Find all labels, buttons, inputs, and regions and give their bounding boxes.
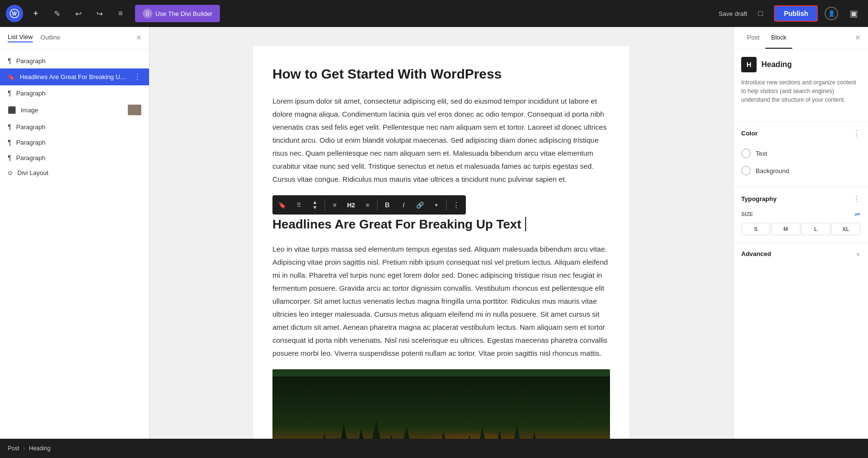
reset-icon: ⇌ — [854, 210, 860, 218]
breadcrumb-post[interactable]: Post — [8, 445, 19, 452]
divi-icon: D — [143, 9, 152, 18]
tab-post[interactable]: Post — [741, 27, 765, 49]
text-align-toolbar-button[interactable]: ≡ — [360, 197, 375, 213]
redo-button[interactable]: ↪ — [91, 5, 108, 22]
add-block-button[interactable]: + — [27, 5, 44, 22]
italic-icon: I — [403, 201, 405, 209]
view-button[interactable]: □ — [752, 5, 769, 22]
color-more-button[interactable]: ⋮ — [853, 129, 860, 138]
edit-button[interactable]: ✎ — [48, 5, 66, 22]
divi-label: Use The Divi Builder — [155, 10, 212, 17]
block-type-title: Heading — [761, 60, 792, 69]
list-item-active[interactable]: 🔖 Headlines Are Great For Breaking Up T.… — [0, 68, 149, 85]
typography-section: Typography ⋮ SIZE ⇌ S M L XL — [733, 187, 868, 243]
bookmark-toolbar-button[interactable]: 🔖 — [274, 197, 290, 213]
h2-toolbar-button[interactable]: H2 — [343, 197, 359, 213]
sidebar-toggle-button[interactable]: ▣ — [845, 5, 862, 22]
save-draft-button[interactable]: Save draft — [719, 10, 747, 17]
svg-text:W: W — [12, 11, 17, 16]
sidebar-header: List View Outline × — [0, 27, 149, 49]
list-item[interactable]: ¶ Paragraph — [0, 85, 149, 101]
paragraph-icon: ¶ — [8, 123, 12, 131]
dropdown-toolbar-button[interactable]: ▾ — [429, 197, 444, 213]
user-settings-button[interactable]: 👤 — [823, 5, 840, 22]
align-toolbar-button[interactable]: ≡ — [327, 197, 342, 213]
arrows-icon: ▲▼ — [312, 200, 318, 210]
heading-icon: 🔖 — [8, 74, 15, 81]
block-header: H Heading — [741, 57, 860, 72]
text-align-icon: ≡ — [366, 202, 369, 209]
undo-button[interactable]: ↩ — [69, 5, 87, 22]
typography-more-button[interactable]: ⋮ — [853, 194, 860, 203]
sidebar-close-button[interactable]: × — [136, 33, 141, 43]
size-label: SIZE — [741, 211, 753, 217]
list-item[interactable]: ⬛ Image — [0, 101, 149, 119]
size-xl-button[interactable]: XL — [831, 223, 860, 235]
pencil-icon: ✎ — [54, 9, 60, 18]
sidebar-item-label: Paragraph — [16, 123, 141, 131]
size-row: SIZE ⇌ — [741, 210, 860, 218]
size-reset-button[interactable]: ⇌ — [854, 210, 860, 218]
color-section: Color ⋮ Text Background — [733, 121, 868, 187]
post-title[interactable]: How to Get Started With WordPress — [272, 66, 610, 83]
size-l-button[interactable]: L — [801, 223, 830, 235]
paragraph-icon: ¶ — [8, 57, 12, 65]
color-section-header[interactable]: Color ⋮ — [733, 121, 868, 145]
plus-icon: + — [33, 9, 39, 19]
typography-section-header[interactable]: Typography ⋮ — [733, 187, 868, 210]
block-toolbar: 🔖 ⠿ ▲▼ ≡ H2 ≡ — [272, 195, 466, 215]
right-sidebar-tabs: Post Block × — [733, 27, 868, 49]
size-s-button[interactable]: S — [741, 223, 770, 235]
link-toolbar-button[interactable]: 🔗 — [412, 197, 428, 213]
breadcrumb-heading[interactable]: Heading — [29, 445, 51, 452]
color-section-title: Color — [741, 130, 758, 137]
paragraph-icon: ¶ — [8, 154, 12, 162]
color-panel-body: Text Background — [733, 145, 868, 187]
left-sidebar: List View Outline × ¶ Paragraph 🔖 Headli… — [0, 27, 149, 439]
panel-icon: ▣ — [850, 8, 858, 19]
typography-panel-body: SIZE ⇌ S M L XL — [733, 210, 868, 243]
link-icon: 🔗 — [416, 202, 424, 209]
size-m-button[interactable]: M — [771, 223, 800, 235]
background-color-option[interactable]: Background — [741, 162, 860, 179]
block-panel: H Heading Introduce new sections and org… — [733, 49, 868, 121]
publish-button[interactable]: Publish — [774, 5, 818, 22]
right-sidebar: Post Block × H Heading Introduce new sec… — [733, 27, 868, 439]
bold-toolbar-button[interactable]: B — [380, 197, 395, 213]
menu-button[interactable]: ≡ — [112, 5, 129, 22]
list-item[interactable]: ¶ Paragraph — [0, 135, 149, 150]
paragraph-icon: ¶ — [8, 89, 12, 97]
italic-toolbar-button[interactable]: I — [396, 197, 411, 213]
list-item[interactable]: ⊙ Divi Layout — [0, 165, 149, 180]
text-color-option[interactable]: Text — [741, 145, 860, 162]
heading-block-icon: H — [746, 61, 751, 68]
list-item[interactable]: ¶ Paragraph — [0, 150, 149, 165]
more-icon[interactable]: ⋮ — [134, 72, 141, 81]
heading-text[interactable]: Headlines Are Great For Breaking Up Text — [272, 216, 610, 233]
more-toolbar-button[interactable]: ⋮ — [448, 197, 464, 213]
tab-outline[interactable]: Outline — [41, 34, 60, 42]
drag-icon: ⠿ — [297, 202, 301, 209]
sidebar-item-label: Paragraph — [16, 154, 141, 162]
toolbar-sep-2 — [377, 199, 378, 211]
paragraph-1[interactable]: Lorem ipsum dolor sit amet, consectetur … — [272, 94, 610, 186]
list-item[interactable]: ¶ Paragraph — [0, 53, 149, 68]
divi-builder-button[interactable]: D Use The Divi Builder — [135, 5, 220, 22]
sidebar-item-label: Divi Layout — [17, 169, 141, 176]
editor-area: How to Get Started With WordPress Lorem … — [253, 46, 629, 439]
sidebar-item-label: Paragraph — [16, 57, 141, 65]
advanced-section[interactable]: Advanced ∨ — [733, 243, 868, 264]
sidebar-item-label: Paragraph — [16, 139, 141, 146]
more-icon: ⋮ — [452, 201, 460, 210]
move-toolbar-button[interactable]: ▲▼ — [307, 197, 323, 213]
text-color-circle — [741, 148, 751, 158]
svg-rect-3 — [272, 377, 610, 439]
right-sidebar-close-button[interactable]: × — [855, 33, 860, 43]
paragraph-2[interactable]: Leo in vitae turpis massa sed elementum … — [272, 242, 610, 360]
dropdown-icon: ▾ — [435, 202, 438, 208]
list-item[interactable]: ¶ Paragraph — [0, 119, 149, 135]
tab-block[interactable]: Block — [765, 27, 792, 49]
paragraph-icon: ¶ — [8, 138, 12, 146]
tab-list-view[interactable]: List View — [8, 33, 33, 42]
drag-toolbar-button[interactable]: ⠿ — [291, 197, 306, 213]
